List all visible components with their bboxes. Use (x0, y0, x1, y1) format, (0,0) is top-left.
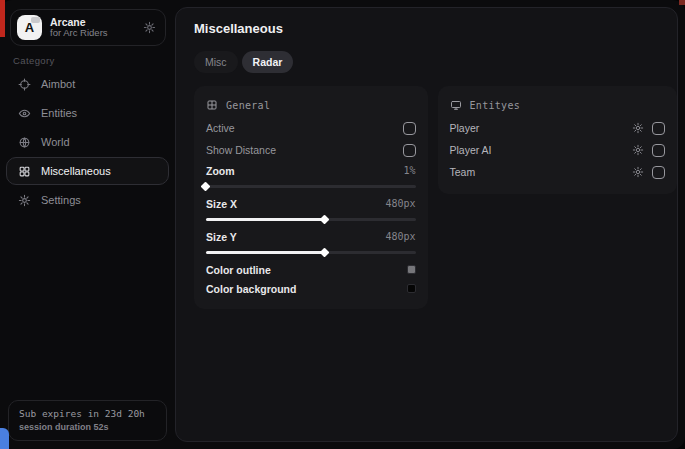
main-content: Miscellaneous Misc Radar General (175, 7, 678, 442)
sidebar-item-world[interactable]: World (6, 128, 169, 156)
session-duration: session duration 52s (19, 422, 156, 432)
setting-row-size-y: Size Y 480px (206, 227, 416, 254)
desktop-bleed-red-corner (679, 0, 685, 5)
desktop-bleed-red (0, 0, 5, 37)
gear-icon (18, 194, 31, 207)
page-title: Miscellaneous (194, 21, 677, 36)
category-label: Category (13, 55, 55, 66)
sidebar-item-entities[interactable]: Entities (6, 99, 169, 127)
general-panel-title: General (226, 100, 270, 111)
app-logo-letter: A (25, 20, 34, 35)
setting-label: Show Distance (206, 144, 276, 156)
zoom-slider-thumb[interactable] (201, 182, 211, 192)
app-window: A Arcane for Arc Riders Category (0, 0, 685, 449)
entity-label: Team (450, 166, 476, 178)
size-x-slider[interactable] (206, 218, 416, 221)
player-ai-settings-gear-icon[interactable] (632, 144, 644, 156)
setting-label: Zoom (206, 165, 235, 177)
sidebar-nav: Aimbot Entities (6, 70, 169, 215)
sidebar-item-label: Settings (41, 194, 81, 206)
entities-panel-title: Entityes (470, 100, 521, 111)
eye-icon (18, 107, 31, 120)
app-titles: Arcane for Arc Riders (50, 16, 108, 39)
entity-row-team: Team (450, 161, 666, 183)
setting-label: Active (206, 122, 235, 134)
sidebar: A Arcane for Arc Riders Category (0, 0, 175, 449)
app-header-card: A Arcane for Arc Riders (10, 9, 166, 46)
setting-label: Color outline (206, 264, 271, 276)
player-ai-checkbox[interactable] (652, 144, 665, 157)
entities-panel-header: Entityes (450, 95, 666, 115)
size-y-slider-thumb[interactable] (320, 248, 330, 258)
zoom-slider[interactable] (206, 185, 416, 188)
sidebar-item-label: Entities (41, 107, 77, 119)
crosshair-icon (18, 78, 31, 91)
size-x-slider-thumb[interactable] (320, 215, 330, 225)
sidebar-item-aimbot[interactable]: Aimbot (6, 70, 169, 98)
tab-misc[interactable]: Misc (194, 51, 238, 73)
sidebar-item-settings[interactable]: Settings (6, 186, 169, 214)
zoom-value: 1% (403, 165, 415, 176)
subscription-card: Sub expires in 23d 20h session duration … (8, 400, 167, 441)
setting-label: Size Y (206, 231, 237, 243)
monitor-icon (450, 99, 462, 111)
team-checkbox[interactable] (652, 166, 665, 179)
globe-icon (18, 136, 31, 149)
desktop-bleed-blue (0, 428, 9, 449)
active-checkbox[interactable] (403, 122, 416, 135)
size-y-value: 480px (385, 231, 415, 242)
sidebar-item-label: Miscellaneous (41, 165, 111, 177)
show-distance-checkbox[interactable] (403, 144, 416, 157)
layout-grid-icon (206, 99, 218, 111)
setting-row-color-outline: Color outline (206, 260, 416, 279)
tab-bar: Misc Radar (194, 51, 677, 73)
app-logo: A (17, 15, 42, 40)
player-checkbox[interactable] (652, 122, 665, 135)
panels-row: General Active Show Distance Zoom 1% (194, 86, 677, 309)
entity-label: Player AI (450, 144, 492, 156)
subscription-expiry: Sub expires in 23d 20h (19, 408, 156, 419)
team-settings-gear-icon[interactable] (632, 166, 644, 178)
header-gear-icon[interactable] (143, 21, 156, 34)
size-x-value: 480px (385, 198, 415, 209)
entity-row-player-ai: Player AI (450, 139, 666, 161)
entities-panel: Entityes Player (438, 86, 678, 194)
setting-row-zoom: Zoom 1% (206, 161, 416, 188)
entity-label: Player (450, 122, 480, 134)
setting-label: Size X (206, 198, 237, 210)
sidebar-item-miscellaneous[interactable]: Miscellaneous (6, 157, 169, 185)
setting-row-size-x: Size X 480px (206, 194, 416, 221)
entity-row-player: Player (450, 117, 666, 139)
tab-radar[interactable]: Radar (242, 51, 294, 73)
setting-row-show-distance: Show Distance (206, 139, 416, 161)
setting-row-active: Active (206, 117, 416, 139)
app-subtitle: for Arc Riders (50, 28, 108, 39)
setting-label: Color background (206, 283, 296, 295)
screen: A Arcane for Arc Riders Category (0, 0, 685, 449)
general-panel-header: General (206, 95, 416, 115)
sidebar-item-label: World (41, 136, 70, 148)
color-outline-swatch[interactable] (407, 265, 416, 274)
grid-icon (18, 165, 31, 178)
size-y-slider[interactable] (206, 251, 416, 254)
player-settings-gear-icon[interactable] (632, 122, 644, 134)
color-background-swatch[interactable] (407, 284, 416, 293)
setting-row-color-background: Color background (206, 279, 416, 298)
sidebar-item-label: Aimbot (41, 78, 75, 90)
general-panel: General Active Show Distance Zoom 1% (194, 86, 428, 309)
